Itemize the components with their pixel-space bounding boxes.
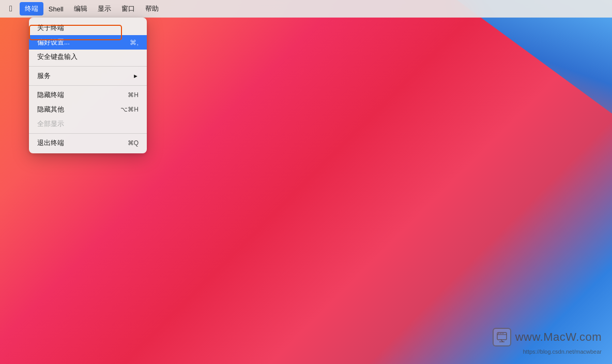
menubar-item-terminal[interactable]: 终端 [20,2,43,15]
menubar-item-window[interactable]: 窗口 [116,2,140,15]
menubar-item-help[interactable]: 帮助 [140,2,164,15]
apple-menu-item[interactable]:  [4,2,18,15]
menu-item-show-all[interactable]: 全部显示 [29,117,147,131]
watermark-domain: www.MacW.com [515,330,602,344]
menu-item-secure-keyboard[interactable]: 安全键盘输入 [29,50,147,64]
hide-others-shortcut: ⌥⌘H [120,106,139,113]
quit-shortcut: ⌘Q [128,139,139,147]
menu-item-hide-others[interactable]: 隐藏其他 ⌥⌘H [29,102,147,117]
watermark: www.MacW.com https://blog.csdn.net/macwb… [493,328,602,355]
menubar-item-shell[interactable]: Shell [43,3,69,15]
hide-terminal-shortcut: ⌘H [128,91,139,99]
menu-item-hide-terminal[interactable]: 隐藏终端 ⌘H [29,88,147,102]
preferences-shortcut: ⌘, [130,39,139,46]
separator-1 [29,66,147,67]
svg-point-3 [500,333,501,334]
watermark-icon [493,328,511,346]
watermark-logo: www.MacW.com [493,328,602,346]
submenu-arrow: ► [133,73,139,79]
menu-item-quit[interactable]: 退出终端 ⌘Q [29,136,147,150]
separator-3 [29,133,147,134]
watermark-url: https://blog.csdn.net/macwbear [523,349,602,355]
menubar:  终端 Shell 编辑 显示 窗口 帮助 [0,0,612,18]
terminal-dropdown-menu: 关于终端 偏好设置... ⌘, 安全键盘输入 服务 ► 隐藏终端 ⌘H 隐藏其他… [29,18,147,153]
menu-item-about[interactable]: 关于终端 [29,21,147,35]
menubar-item-display[interactable]: 显示 [93,2,116,15]
svg-point-2 [498,333,499,334]
svg-point-4 [502,333,503,334]
separator-2 [29,85,147,86]
menubar-item-edit[interactable]: 编辑 [69,2,93,15]
menu-item-services[interactable]: 服务 ► [29,69,147,83]
menu-item-preferences[interactable]: 偏好设置... ⌘, [29,35,147,50]
